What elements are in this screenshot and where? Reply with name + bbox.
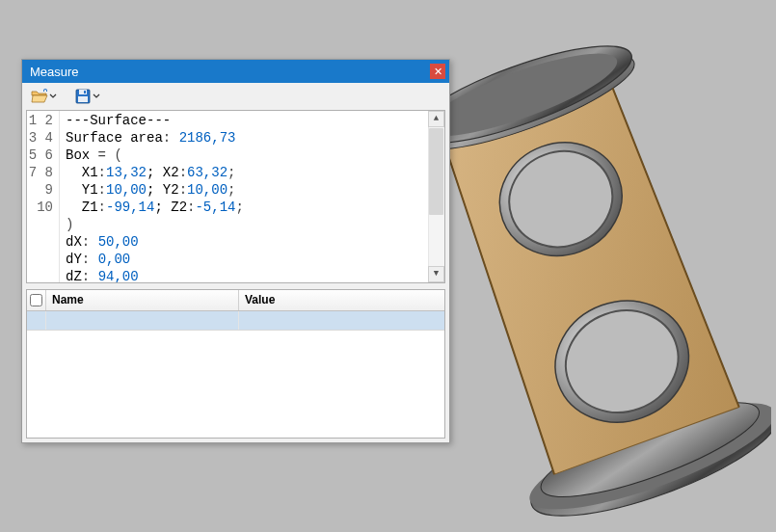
table-row[interactable] — [27, 311, 444, 331]
svg-rect-12 — [84, 91, 86, 93]
header-checkbox-cell[interactable] — [27, 290, 46, 310]
results-table: Name Value — [26, 289, 445, 439]
scroll-down-button[interactable]: ▼ — [428, 266, 444, 282]
open-folder-icon — [31, 89, 48, 104]
code-body[interactable]: ---Surface--- Surface area: 2186,73 Box … — [60, 111, 444, 282]
header-name[interactable]: Name — [46, 290, 239, 310]
close-icon: ✕ — [434, 66, 442, 77]
chevron-down-icon — [49, 89, 57, 104]
toolbar — [22, 83, 449, 110]
scrollbar-thumb[interactable] — [429, 128, 443, 215]
scroll-up-button[interactable]: ▲ — [428, 111, 444, 127]
chevron-down-icon — [93, 89, 100, 104]
save-button[interactable] — [71, 86, 103, 107]
table-header: Name Value — [27, 290, 444, 311]
code-gutter: 1 2 3 4 5 6 7 8 9 10 — [27, 111, 60, 282]
window-title: Measure — [30, 65, 79, 79]
svg-rect-13 — [78, 96, 88, 102]
titlebar[interactable]: Measure ✕ — [22, 60, 449, 83]
open-button[interactable] — [28, 86, 60, 107]
header-value[interactable]: Value — [239, 290, 444, 310]
save-disk-icon — [74, 89, 92, 104]
select-all-checkbox[interactable] — [30, 294, 42, 306]
measure-window: Measure ✕ — [21, 59, 450, 443]
close-button[interactable]: ✕ — [430, 64, 445, 79]
code-area[interactable]: 1 2 3 4 5 6 7 8 9 10 ---Surface--- Surfa… — [26, 110, 445, 283]
